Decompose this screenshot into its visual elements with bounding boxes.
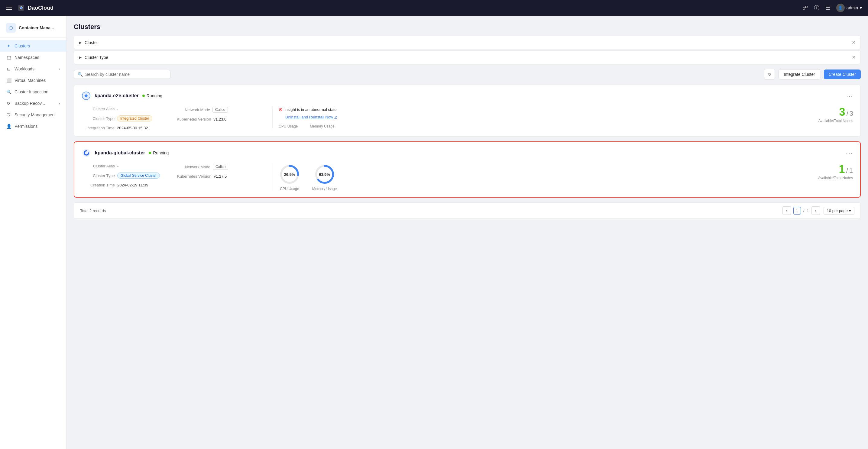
sidebar-item-workloads[interactable]: ⊟ Workloads ▾ xyxy=(0,63,66,75)
backup-icon: ⟳ xyxy=(6,101,11,106)
status-text-e2e: Running xyxy=(147,93,162,98)
global-cluster-logo-icon xyxy=(82,148,91,157)
type-label-e2e: Cluster Type xyxy=(81,116,115,121)
warning-icon-e2e: ⊗ xyxy=(279,107,283,113)
page-nav: ‹ 1 / 1 › xyxy=(782,206,820,215)
available-nodes-e2e: 3 xyxy=(839,107,845,118)
cpu-label-e2e: CPU Usage xyxy=(279,124,298,128)
integration-time-label-e2e: Integration Time xyxy=(81,126,115,130)
memory-circle-global: 63.9% xyxy=(314,164,335,185)
detail-col1-global: Cluster Alias - Cluster Type Global Serv… xyxy=(82,164,172,187)
navbar: DaoCloud ☍ ⓘ ☰ 👤 admin ▾ xyxy=(0,0,868,16)
chevron-down-icon: ▾ xyxy=(59,102,60,105)
sidebar-item-clusters[interactable]: ✦ Clusters xyxy=(0,40,66,52)
memory-pct-label: 63.9% xyxy=(319,172,330,177)
filter-cluster-close[interactable]: ✕ xyxy=(852,40,856,45)
alias-label-global: Cluster Alias xyxy=(82,164,115,168)
integrate-cluster-button[interactable]: Integrate Cluster xyxy=(779,69,820,79)
sidebar-item-security-management[interactable]: 🛡 Security Management xyxy=(0,109,66,121)
nodes-label-e2e: Available/Total Nodes xyxy=(818,119,853,123)
sidebar-item-backup-recovery[interactable]: ⟳ Backup Recov... ▾ xyxy=(0,98,66,109)
help-icon[interactable]: ⓘ xyxy=(814,4,819,11)
cluster-name-global: kpanda-global-cluster xyxy=(95,150,145,156)
memory-label-e2e: Memory Usage xyxy=(310,124,334,128)
alias-value-e2e: - xyxy=(117,107,118,111)
external-link-icon: ↗ xyxy=(334,115,337,119)
detail-integration-time-e2e: Integration Time 2024-05-30 15:32 xyxy=(81,126,172,130)
product-name: Container Mana... xyxy=(19,25,54,30)
logo-text: DaoCloud xyxy=(28,5,54,11)
memory-metric-global: 63.9% Memory Usage xyxy=(312,164,337,191)
cluster-details-global: Cluster Alias - Cluster Type Global Serv… xyxy=(82,164,853,191)
search-input[interactable] xyxy=(85,72,166,77)
user-menu[interactable]: 👤 admin ▾ xyxy=(836,4,862,12)
cluster-header-e2e: kpanda-e2e-cluster Running ··· xyxy=(81,91,853,101)
cluster-card-e2e: kpanda-e2e-cluster Running ··· Cluster A… xyxy=(74,85,861,136)
alias-label-e2e: Cluster Alias xyxy=(81,107,115,111)
metrics-col-global: 26.5% CPU Usage 63.9% Memory Usage xyxy=(273,164,787,191)
filter-cluster-type-label: Cluster Type xyxy=(85,55,108,60)
sidebar: ⬡ Container Mana... ✦ Clusters ⬚ Namespa… xyxy=(0,16,66,449)
creation-time-value-global: 2024-02-19 11:39 xyxy=(117,183,148,187)
reinstall-link-e2e[interactable]: Uninstall and Reinstall Now ↗ xyxy=(285,115,788,119)
navbar-actions: ☍ ⓘ ☰ 👤 admin ▾ xyxy=(802,4,862,12)
next-page-button[interactable]: › xyxy=(811,206,820,215)
cluster-card-global: kpanda-global-cluster Running ··· Cluste… xyxy=(74,141,861,198)
nodes-count-e2e: 3 / 3 xyxy=(839,107,853,118)
total-nodes-global: 1 xyxy=(849,167,853,174)
nodes-label-global: Available/Total Nodes xyxy=(818,176,853,180)
current-page: 1 xyxy=(793,207,801,215)
type-value-e2e: Integrated Cluster xyxy=(117,116,152,122)
main-content: Clusters ▶ Cluster ✕ ▶ Cluster Type ✕ 🔍 … xyxy=(66,16,868,449)
cluster-name-e2e: kpanda-e2e-cluster xyxy=(95,93,139,98)
detail-network-global: Network Mode Calico xyxy=(177,164,268,170)
inspection-icon: 🔍 xyxy=(6,89,11,95)
sidebar-item-permissions[interactable]: 👤 Permissions xyxy=(0,121,66,132)
metrics-col-e2e: ⊗ Insight is in an abnormal state Uninst… xyxy=(272,107,788,128)
sidebar-product: ⬡ Container Mana... xyxy=(0,21,66,38)
create-cluster-button[interactable]: Create Cluster xyxy=(824,69,861,79)
cluster-logo-e2e xyxy=(81,91,91,101)
clusters-icon: ✦ xyxy=(6,43,11,49)
k8s-value-e2e: v1.23.0 xyxy=(213,117,226,122)
available-nodes-global: 1 xyxy=(839,164,845,174)
status-dot-e2e xyxy=(142,95,145,97)
bell-icon[interactable]: ☰ xyxy=(826,4,830,11)
status-badge-e2e: Running xyxy=(142,93,162,98)
security-icon: 🛡 xyxy=(6,112,11,118)
sidebar-item-cluster-inspection[interactable]: 🔍 Cluster Inspection xyxy=(0,86,66,98)
detail-alias-global: Cluster Alias - xyxy=(82,164,172,168)
detail-k8s-global: Kubernetes Version v1.27.5 xyxy=(177,174,268,179)
prev-page-button[interactable]: ‹ xyxy=(782,206,791,215)
filter-type-close[interactable]: ✕ xyxy=(852,54,856,60)
detail-alias-e2e: Cluster Alias - xyxy=(81,107,172,111)
detail-col1-e2e: Cluster Alias - Cluster Type Integrated … xyxy=(81,107,172,130)
menu-icon[interactable] xyxy=(6,6,12,10)
creation-time-label-global: Creation Time xyxy=(82,183,115,187)
sidebar-item-label: Workloads xyxy=(14,66,56,71)
refresh-button[interactable]: ↻ xyxy=(764,69,775,80)
per-page-chevron: ▾ xyxy=(849,209,851,213)
vm-icon: ⬜ xyxy=(6,78,11,83)
page-title: Clusters xyxy=(74,23,861,31)
cpu-circle-global: 26.5% xyxy=(279,164,300,185)
k8s-value-global: v1.27.5 xyxy=(214,174,227,179)
sidebar-item-label: Backup Recov... xyxy=(14,101,56,106)
chevron-down-icon: ▾ xyxy=(860,5,862,10)
search-icon: 🔍 xyxy=(78,72,83,77)
search-box[interactable]: 🔍 xyxy=(74,70,170,79)
more-button-global[interactable]: ··· xyxy=(846,150,853,157)
pagination-total: Total 2 records xyxy=(80,209,106,213)
network-label-global: Network Mode xyxy=(177,165,210,169)
k8s-label-global: Kubernetes Version xyxy=(177,174,211,179)
namespaces-icon: ⬚ xyxy=(6,55,11,60)
integration-time-value-e2e: 2024-05-30 15:32 xyxy=(117,126,148,130)
more-button-e2e[interactable]: ··· xyxy=(846,92,853,99)
chat-icon[interactable]: ☍ xyxy=(802,4,808,11)
detail-network-e2e: Network Mode Calico xyxy=(177,107,268,113)
sidebar-item-namespaces[interactable]: ⬚ Namespaces xyxy=(0,52,66,63)
cpu-label-global: CPU Usage xyxy=(280,187,299,191)
sidebar-item-virtual-machines[interactable]: ⬜ Virtual Machines xyxy=(0,75,66,86)
status-badge-global: Running xyxy=(149,151,168,155)
per-page-select[interactable]: 10 per page ▾ xyxy=(824,207,855,215)
